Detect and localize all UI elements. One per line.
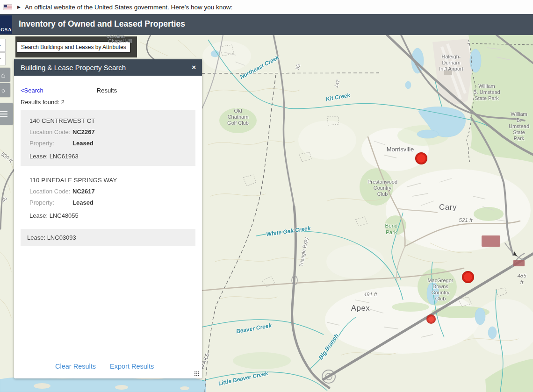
locate-button[interactable]: ○ [0,83,10,97]
tab-results[interactable]: Results [97,87,117,94]
us-flag-icon [4,5,12,10]
result-address: 140 CENTREWEST CT [29,117,191,124]
gsa-logo-text: GSA [0,27,12,32]
banner-expand-icon[interactable]: ▶ [17,5,21,9]
property-marker[interactable] [462,271,474,283]
result-address: 110 PINEDALE SPRINGS WAY [29,177,191,184]
close-icon[interactable]: × [192,63,196,71]
map-viewport[interactable]: CarolinaChapel HillRaleigh- Durham Int'l… [0,35,533,392]
property-type-label: Property: [29,199,72,206]
panel-title: Building & Lease Property Search [21,64,126,71]
tooltip-backdrop: Search Buildings and Leases by Attribute… [15,36,137,57]
property-type-row: Property:Leased [29,199,191,206]
result-lease[interactable]: Lease: LNC61963 [29,153,191,160]
property-type-row: Property:Leased [29,140,191,147]
property-search-panel: Building & Lease Property Search × <Sear… [14,59,202,378]
location-code-value: NC2267 [72,128,95,135]
export-results-link[interactable]: Export Results [110,363,154,370]
property-type-label: Property: [29,140,72,147]
result-card[interactable]: 140 CENTREWEST CTLocation Code:NC2267Pro… [21,110,195,166]
result-card[interactable]: 110 PINEDALE SPRINGS WAYLocation Code:NC… [21,170,195,225]
results-list: 140 CENTREWEST CTLocation Code:NC2267Pro… [14,110,202,225]
panel-footer: Clear Results Export Results [55,363,154,370]
zoom-out-button[interactable]: − [0,52,6,65]
app-header: GSA Inventory of Owned and Leased Proper… [0,14,533,35]
location-code-row: Location Code:NC2267 [29,128,191,135]
zoom-in-button[interactable]: + [0,39,6,52]
panel-header[interactable]: Building & Lease Property Search × [14,59,202,76]
legend-button[interactable] [0,103,13,125]
app-title: Inventory of Owned and Leased Properties [19,19,185,29]
panel-body: <Search Results Results found: 2 140 CEN… [14,76,202,378]
clear-results-link[interactable]: Clear Results [55,363,96,370]
tab-search[interactable]: <Search [21,87,43,94]
result-lease[interactable]: Lease: LNC48055 [29,212,191,219]
gsa-logo[interactable]: GSA [0,15,12,34]
location-code-label: Location Code: [29,128,72,135]
property-marker[interactable] [426,314,436,324]
lease-row-selected[interactable]: Lease: LNC03093 [21,229,195,246]
location-code-label: Location Code: [29,188,72,195]
results-found-count: Results found: 2 [14,94,202,106]
resize-handle-icon[interactable] [194,371,200,377]
location-code-row: Location Code:NC2617 [29,188,191,195]
property-marker[interactable] [415,152,427,164]
property-type-value: Leased [72,199,94,206]
panel-tabs: <Search Results [14,76,202,94]
home-button[interactable]: ⌂ [0,68,10,82]
gov-banner: ▶ An official website of the United Stat… [0,0,533,14]
property-type-value: Leased [72,140,94,147]
search-attributes-tooltip: Search Buildings and Leases by Attribute… [17,42,130,53]
location-code-value: NC2617 [72,188,95,195]
banner-text: An official website of the United States… [25,4,232,11]
